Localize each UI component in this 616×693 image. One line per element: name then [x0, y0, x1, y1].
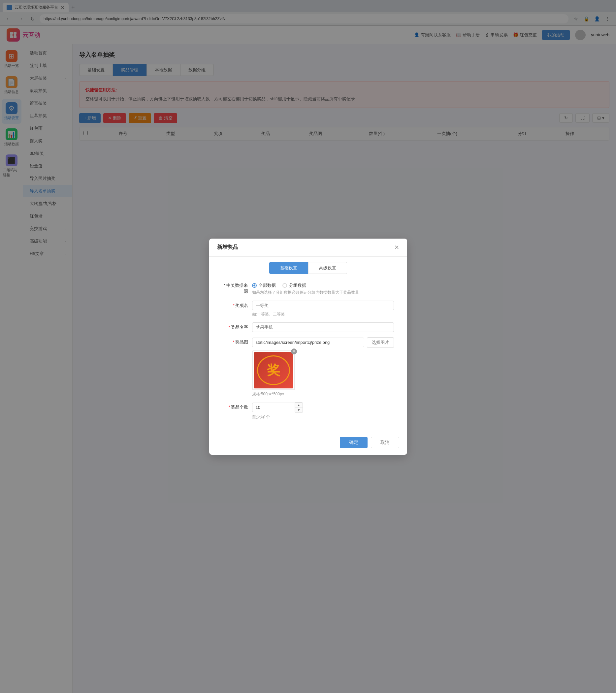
image-preview: 奖	[252, 351, 295, 390]
prize-name-label: 奖品名字	[222, 322, 252, 330]
add-prize-modal: 新增奖品 ✕ 基础设置 高级设置 * 中奖数据来源 全部数据	[209, 239, 407, 455]
modal-overlay: 新增奖品 ✕ 基础设置 高级设置 * 中奖数据来源 全部数据	[0, 0, 616, 693]
modal-footer: 确定 取消	[209, 433, 407, 455]
number-spin: ▲ ▼	[295, 402, 303, 413]
prize-count-content: ▲ ▼ 至少为1个	[252, 402, 394, 420]
prize-image-content: 选择图片 奖 ✕ 规格:500px*500px	[252, 337, 394, 397]
confirm-button[interactable]: 确定	[340, 437, 367, 448]
prize-category-content: 如:一等奖、二等奖	[252, 301, 394, 317]
award-char: 奖	[267, 361, 280, 379]
modal-tab-basic[interactable]: 基础设置	[269, 262, 308, 274]
prize-name-input[interactable]	[252, 322, 394, 332]
prize-image-label: 奖品图	[222, 337, 252, 345]
prize-category-hint: 如:一等奖、二等奖	[252, 312, 394, 317]
radio-group-data-circle	[282, 283, 287, 288]
radio-group-winning-data: 全部数据 分组数据	[252, 280, 394, 289]
winning-data-content: 全部数据 分组数据 如果您选择了分组数据必须保证分组内数据数量大于奖品数量	[252, 280, 394, 295]
prize-count-label: 奖品个数	[222, 402, 252, 410]
image-size-hint: 规格:500px*500px	[252, 391, 394, 397]
modal-title: 新增奖品	[217, 244, 238, 251]
modal-close-button[interactable]: ✕	[394, 244, 399, 251]
form-row-prize-image: 奖品图 选择图片 奖 ✕	[222, 337, 394, 397]
modal-body: * 中奖数据来源 全部数据 分组数据 如果您选择了分组数据必须保证分组内数据数量…	[209, 274, 407, 433]
prize-category-label: 奖项名	[222, 301, 252, 309]
award-image: 奖	[254, 352, 293, 389]
form-row-winning-data: * 中奖数据来源 全部数据 分组数据 如果您选择了分组数据必须保证分组内数据数量…	[222, 280, 394, 295]
modal-tab-advanced[interactable]: 高级设置	[308, 262, 347, 274]
image-input-row: 选择图片	[252, 337, 394, 348]
radio-all-data-circle	[252, 283, 257, 288]
remove-image-button[interactable]: ✕	[291, 349, 297, 354]
spin-up-button[interactable]: ▲	[295, 402, 303, 408]
modal-tabs: 基础设置 高级设置	[209, 257, 407, 274]
award-image-inner: 奖	[257, 355, 290, 385]
prize-category-input[interactable]	[252, 301, 394, 310]
form-row-prize-name: 奖品名字	[222, 322, 394, 332]
form-row-prize-count: 奖品个数 ▲ ▼ 至少为1个	[222, 402, 394, 420]
radio-hint: 如果您选择了分组数据必须保证分组内数据数量大于奖品数量	[252, 290, 394, 295]
select-image-button[interactable]: 选择图片	[367, 337, 394, 348]
spin-down-button[interactable]: ▼	[295, 408, 303, 413]
radio-all-data[interactable]: 全部数据	[252, 282, 276, 289]
modal-header: 新增奖品 ✕	[209, 239, 407, 257]
prize-count-hint: 至少为1个	[252, 414, 394, 420]
prize-name-content	[252, 322, 394, 332]
prize-count-input[interactable]	[252, 402, 295, 412]
winning-data-label: * 中奖数据来源	[222, 280, 252, 294]
number-input-wrap: ▲ ▼	[252, 402, 394, 413]
cancel-button[interactable]: 取消	[371, 437, 399, 448]
radio-group-data[interactable]: 分组数据	[282, 282, 306, 289]
image-preview-container: 奖 ✕	[252, 351, 295, 390]
form-row-prize-category: 奖项名 如:一等奖、二等奖	[222, 301, 394, 317]
prize-image-path-input[interactable]	[252, 338, 364, 347]
